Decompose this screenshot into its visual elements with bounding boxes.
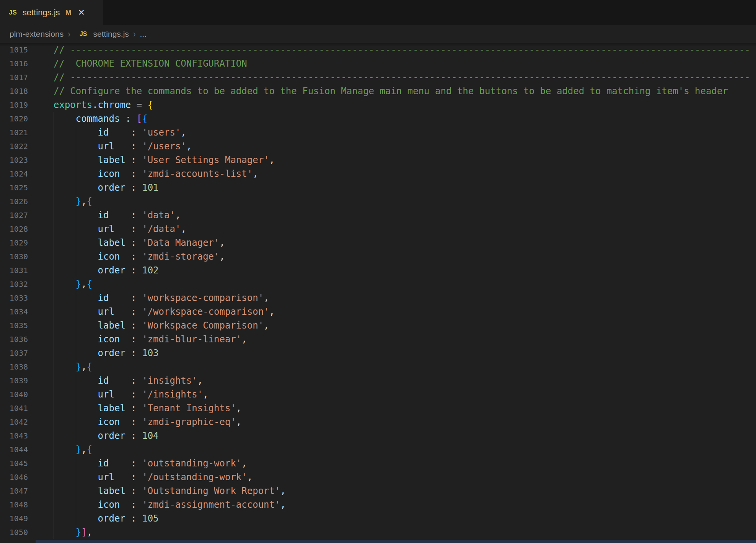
code-text: label : 'Tenant Insights', — [54, 401, 241, 415]
code-line[interactable]: 1044 },{ — [0, 443, 756, 456]
indent-guide — [76, 388, 76, 401]
breadcrumb-folder[interactable]: plm-extensions — [10, 29, 64, 39]
indent-guide — [76, 512, 76, 525]
indent-guide — [54, 456, 54, 470]
code-line[interactable]: 1048 icon : 'zmdi-assignment-account', — [0, 498, 756, 512]
code-line[interactable]: 1037 order : 103 — [0, 346, 756, 360]
code-line[interactable]: 1046 url : '/outstanding-work', — [0, 470, 756, 484]
code-line[interactable]: 1047 label : 'Outstanding Work Report', — [0, 484, 756, 498]
indent-guide — [54, 401, 54, 415]
line-number: 1020 — [0, 112, 28, 126]
code-line[interactable]: 1019exports.chrome = { — [0, 98, 756, 112]
code-line[interactable]: 1045 id : 'outstanding-work', — [0, 456, 756, 470]
line-number: 1049 — [0, 512, 28, 525]
code-line[interactable]: 1035 label : 'Workspace Comparison', — [0, 319, 756, 332]
breadcrumb-file[interactable]: settings.js — [93, 29, 129, 39]
indent-guide — [54, 525, 54, 539]
code-line[interactable]: 1040 url : '/insights', — [0, 388, 756, 401]
code-text: icon : 'zmdi-accounts-list', — [54, 167, 258, 181]
line-number: 1032 — [0, 277, 28, 291]
indent-guide — [76, 332, 76, 346]
indent-guide — [76, 415, 76, 429]
line-number: 1036 — [0, 332, 28, 346]
indent-guide — [76, 126, 76, 139]
code-text: },{ — [54, 277, 92, 291]
line-number: 1019 — [0, 98, 28, 112]
indent-guide — [54, 360, 54, 374]
code-text: exports.chrome = { — [54, 98, 153, 112]
code-line[interactable]: 1026 },{ — [0, 195, 756, 208]
indent-guide — [76, 291, 76, 305]
indent-guide — [54, 167, 54, 181]
code-line[interactable]: 1041 label : 'Tenant Insights', — [0, 401, 756, 415]
code-text: id : 'outstanding-work', — [54, 456, 247, 470]
code-line[interactable]: 1030 icon : 'zmdi-storage', — [0, 250, 756, 263]
indent-guide — [54, 236, 54, 250]
indent-guide — [76, 484, 76, 498]
code-line[interactable]: 1015// ---------------------------------… — [0, 43, 756, 57]
code-line[interactable]: 1038 },{ — [0, 360, 756, 374]
line-number: 1042 — [0, 415, 28, 429]
code-text: url : '/insights', — [54, 388, 209, 401]
code-line[interactable]: 1027 id : 'data', — [0, 208, 756, 222]
code-line[interactable]: 1020 commands : [{ — [0, 112, 756, 126]
code-line[interactable]: 1032 },{ — [0, 277, 756, 291]
code-line[interactable]: 1043 order : 104 — [0, 429, 756, 443]
line-number: 1034 — [0, 305, 28, 319]
indent-guide — [76, 470, 76, 484]
indent-guide — [54, 153, 54, 167]
close-icon[interactable]: ✕ — [78, 8, 85, 17]
code-line[interactable]: 1042 icon : 'zmdi-graphic-eq', — [0, 415, 756, 429]
code-text: icon : 'zmdi-assignment-account', — [54, 498, 286, 512]
code-line[interactable]: 1017// ---------------------------------… — [0, 70, 756, 84]
indent-guide — [76, 236, 76, 250]
code-text: url : '/workspace-comparison', — [54, 305, 275, 319]
code-text: label : 'Outstanding Work Report', — [54, 484, 286, 498]
line-number: 1025 — [0, 181, 28, 195]
code-text: order : 104 — [54, 429, 159, 443]
breadcrumb-more[interactable]: ... — [140, 29, 147, 39]
line-number: 1039 — [0, 374, 28, 388]
indent-guide — [54, 319, 54, 332]
code-line[interactable]: 1036 icon : 'zmdi-blur-linear', — [0, 332, 756, 346]
code-text: // Configure the commands to be added to… — [54, 84, 728, 98]
code-line[interactable]: 1024 icon : 'zmdi-accounts-list', — [0, 167, 756, 181]
code-line[interactable]: 1025 order : 101 — [0, 181, 756, 195]
code-text: label : 'Data Manager', — [54, 236, 225, 250]
line-number: 1041 — [0, 401, 28, 415]
code-line[interactable]: 1016// CHOROME EXTENSION CONFIGURATION — [0, 57, 756, 70]
code-line[interactable]: 1022 url : '/users', — [0, 139, 756, 153]
line-number: 1028 — [0, 222, 28, 236]
code-text: },{ — [54, 195, 92, 208]
js-file-icon: JS — [9, 9, 17, 16]
indent-guide — [76, 498, 76, 512]
indent-guide — [54, 332, 54, 346]
modified-badge: M — [65, 8, 72, 17]
indent-guide — [54, 346, 54, 360]
line-number: 1024 — [0, 167, 28, 181]
chevron-right-icon: › — [68, 29, 70, 39]
code-line[interactable]: 1049 order : 105 — [0, 512, 756, 525]
indent-guide — [76, 401, 76, 415]
code-line[interactable]: 1028 url : '/data', — [0, 222, 756, 236]
code-text: },{ — [54, 360, 92, 374]
code-line[interactable]: 1033 id : 'workspace-comparison', — [0, 291, 756, 305]
code-line[interactable]: 1034 url : '/workspace-comparison', — [0, 305, 756, 319]
code-text: icon : 'zmdi-graphic-eq', — [54, 415, 241, 429]
line-number: 1015 — [0, 43, 28, 57]
code-line[interactable]: 1050 }], — [0, 525, 756, 539]
indent-guide — [54, 484, 54, 498]
code-line[interactable]: 1031 order : 102 — [0, 263, 756, 277]
code-text: id : 'insights', — [54, 374, 203, 388]
code-line[interactable]: 1023 label : 'User Settings Manager', — [0, 153, 756, 167]
line-number: 1040 — [0, 388, 28, 401]
code-text: label : 'User Settings Manager', — [54, 153, 275, 167]
indent-guide — [76, 346, 76, 360]
code-line[interactable]: 1018// Configure the commands to be adde… — [0, 84, 756, 98]
code-line[interactable]: 1029 label : 'Data Manager', — [0, 236, 756, 250]
code-area[interactable]: 1015// ---------------------------------… — [0, 43, 756, 543]
tab-settings-js[interactable]: JS settings.js M ✕ — [0, 0, 103, 25]
code-text: id : 'data', — [54, 208, 181, 222]
code-line[interactable]: 1039 id : 'insights', — [0, 374, 756, 388]
code-line[interactable]: 1021 id : 'users', — [0, 126, 756, 139]
